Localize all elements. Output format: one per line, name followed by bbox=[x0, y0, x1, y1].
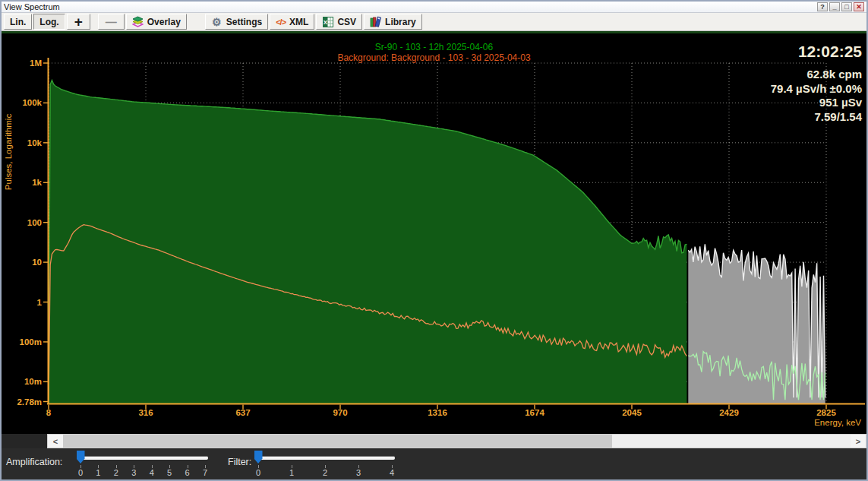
amplification-slider[interactable]: 01234567 bbox=[76, 448, 210, 479]
slider-tick-label: 4 bbox=[387, 468, 397, 477]
book-icon bbox=[370, 16, 381, 27]
slider-tick-label: 1 bbox=[286, 468, 297, 477]
filter-slider[interactable]: 01234 bbox=[254, 448, 396, 479]
svg-text:2.78m: 2.78m bbox=[17, 397, 42, 407]
slider-tick-label: 2 bbox=[320, 468, 330, 477]
filter-slider-track[interactable] bbox=[255, 456, 395, 460]
lin-button[interactable]: Lin. bbox=[4, 14, 32, 30]
svg-text:2825: 2825 bbox=[816, 408, 836, 417]
settings-button-label: Settings bbox=[226, 17, 262, 27]
zoom-in-button[interactable]: + bbox=[67, 14, 90, 30]
slider-tick-label: 6 bbox=[182, 468, 193, 477]
window-title: View Spectrum bbox=[4, 2, 817, 12]
horizontal-scrollbar[interactable]: < > bbox=[47, 434, 866, 448]
svg-text:2429: 2429 bbox=[719, 408, 739, 417]
overlay-button-label: Overlay bbox=[147, 17, 181, 27]
slider-tick-label: 5 bbox=[164, 468, 175, 477]
scroll-left-icon[interactable]: < bbox=[48, 435, 63, 448]
amplification-slider-track[interactable] bbox=[77, 456, 208, 460]
filter-slider-handle[interactable] bbox=[254, 451, 263, 464]
svg-text:316: 316 bbox=[138, 408, 153, 417]
slider-tick-label: 2 bbox=[111, 468, 122, 477]
library-button[interactable]: Library bbox=[364, 14, 422, 30]
lin-button-label: Lin. bbox=[10, 17, 26, 27]
svg-text:1: 1 bbox=[37, 298, 43, 307]
minimize-icon[interactable]: _ bbox=[829, 2, 840, 11]
zoom-out-button[interactable]: — bbox=[98, 14, 125, 30]
csv-button[interactable]: X CSV bbox=[316, 14, 362, 30]
overlay-button[interactable]: Overlay bbox=[126, 14, 187, 30]
help-icon[interactable]: ? bbox=[817, 2, 828, 11]
log-button-label: Log. bbox=[39, 17, 58, 27]
slider-tick-label: 3 bbox=[353, 468, 364, 477]
controls-panel: Amplification: 01234567 Filter: 01234 bbox=[2, 448, 866, 479]
spectrum-chart-canvas[interactable]: 1M100k10k1k100101100m10m2.78m83166379701… bbox=[2, 33, 866, 434]
scroll-right-icon[interactable]: > bbox=[851, 435, 866, 448]
amplification-label: Amplification: bbox=[6, 457, 62, 467]
svg-text:X: X bbox=[324, 19, 328, 26]
filter-label: Filter: bbox=[228, 457, 251, 467]
svg-text:8: 8 bbox=[46, 408, 52, 417]
minus-icon: — bbox=[106, 15, 117, 28]
slider-tick-label: 1 bbox=[93, 468, 103, 477]
svg-text:10k: 10k bbox=[27, 138, 43, 147]
xml-button-label: XML bbox=[289, 17, 308, 27]
slider-tick-label: 3 bbox=[128, 468, 139, 477]
restore-icon[interactable]: □ bbox=[841, 2, 852, 11]
title-bar[interactable]: View Spectrum ? _ □ ✕ bbox=[2, 2, 866, 13]
plus-icon: + bbox=[74, 14, 83, 30]
svg-text:10m: 10m bbox=[24, 377, 42, 386]
slider-tick-label: 7 bbox=[200, 468, 210, 477]
svg-text:10: 10 bbox=[32, 258, 42, 267]
svg-text:100k: 100k bbox=[22, 98, 42, 107]
scrollbar-row: < > bbox=[2, 434, 866, 448]
close-icon[interactable]: ✕ bbox=[854, 2, 864, 11]
svg-text:1316: 1316 bbox=[428, 408, 447, 417]
amplification-slider-handle[interactable] bbox=[77, 451, 85, 464]
code-icon: </> bbox=[276, 17, 286, 27]
spectrum-plot: 1M100k10k1k100101100m10m2.78m83166379701… bbox=[2, 33, 866, 434]
slider-tick-label: 0 bbox=[253, 468, 264, 477]
window-controls: ? _ □ ✕ bbox=[817, 2, 864, 11]
toolbar: Lin. Log. + — Overlay ⚙ Settings </> XML bbox=[2, 13, 866, 31]
slider-tick-label: 4 bbox=[147, 468, 157, 477]
app-window: View Spectrum ? _ □ ✕ Lin. Log. + — Over… bbox=[0, 0, 868, 481]
svg-text:100: 100 bbox=[27, 218, 42, 227]
svg-text:2045: 2045 bbox=[622, 408, 642, 417]
scrollbar-track[interactable] bbox=[612, 435, 851, 448]
svg-text:1M: 1M bbox=[30, 59, 42, 68]
slider-tick-label: 0 bbox=[75, 468, 86, 477]
svg-text:970: 970 bbox=[333, 408, 347, 417]
scrollbar-thumb[interactable] bbox=[63, 435, 612, 448]
svg-text:100m: 100m bbox=[20, 337, 42, 347]
layers-icon bbox=[132, 16, 144, 27]
csv-button-label: CSV bbox=[337, 17, 356, 27]
svg-text:1k: 1k bbox=[32, 178, 42, 187]
settings-button[interactable]: ⚙ Settings bbox=[205, 14, 268, 30]
gear-icon: ⚙ bbox=[211, 16, 223, 27]
svg-text:1674: 1674 bbox=[525, 408, 544, 417]
svg-text:637: 637 bbox=[235, 408, 250, 417]
xml-button[interactable]: </> XML bbox=[270, 14, 314, 30]
spreadsheet-icon: X bbox=[322, 16, 333, 27]
library-button-label: Library bbox=[385, 17, 416, 27]
log-button[interactable]: Log. bbox=[33, 14, 65, 30]
